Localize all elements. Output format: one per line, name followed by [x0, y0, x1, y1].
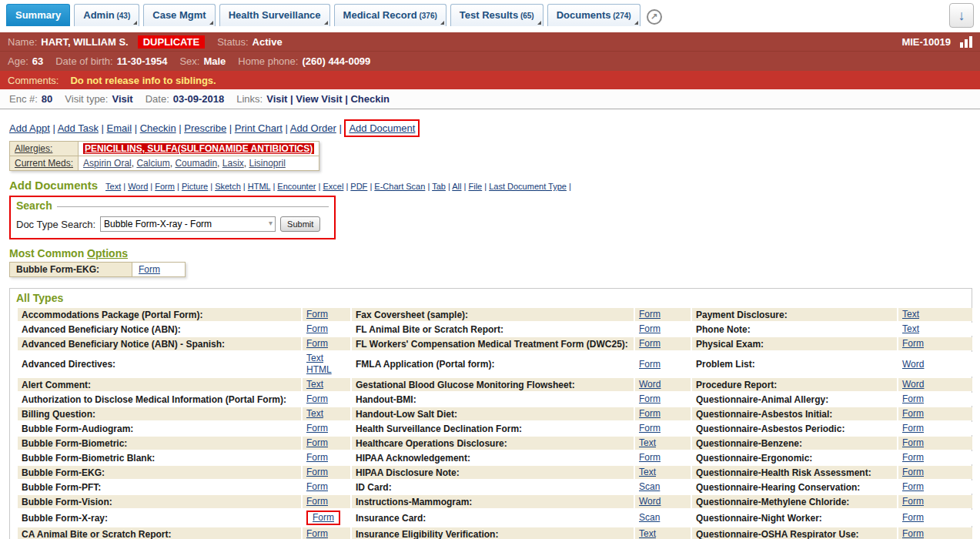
enc-date: 03-09-2018 [173, 93, 225, 105]
healthcare-operations-disclosure-text-link[interactable]: Text [639, 437, 656, 449]
id-card-scan-link[interactable]: Scan [639, 481, 660, 493]
questionnaire-animal-allergy-form-link[interactable]: Form [902, 393, 924, 405]
aspirin-oral-link[interactable]: Aspirin Oral [83, 158, 132, 169]
tab-summary[interactable]: Summary [6, 4, 70, 26]
alert-comment-text-link[interactable]: Text [306, 379, 323, 390]
doc-type-label: Instructions-Mammogram: [352, 495, 634, 508]
fl-workers-compensation-medical-treatment-form-dwc25-form-link[interactable]: Form [639, 338, 661, 350]
excel-link[interactable]: Excel [323, 182, 343, 191]
bubble-form-vision-form-link[interactable]: Form [306, 496, 328, 507]
gestational-blood-glucose-monitoring-flowsheet-word-link[interactable]: Word [639, 379, 661, 390]
all-link[interactable]: All [452, 182, 461, 191]
tab-count: (274) [611, 12, 631, 20]
insurance-card-scan-link[interactable]: Scan [639, 512, 660, 524]
current-meds-link[interactable]: Current Meds: [15, 158, 73, 169]
advanced-directives-text-link[interactable]: Text [306, 353, 323, 364]
sketch-link[interactable]: Sketch [215, 182, 241, 191]
hipaa-disclosure-note-text-link[interactable]: Text [639, 467, 656, 478]
bar-chart-icon[interactable] [960, 36, 972, 48]
payment-disclosure-text-link[interactable]: Text [902, 309, 919, 320]
download-button[interactable]: ↓ [949, 3, 974, 28]
questionnaire-methylene-chloride-form-link[interactable]: Form [902, 496, 924, 507]
fmla-application-portal-form-form-link[interactable]: Form [639, 359, 661, 370]
add-document-link[interactable]: Add Document [344, 119, 420, 137]
lisinopril-link[interactable]: Lisinopril [249, 158, 285, 169]
doc-type-label: Questionnaire-Asbestos Initial: [692, 407, 897, 420]
pdf-link[interactable]: PDF [350, 182, 367, 191]
accommodations-package-portal-form-form-link[interactable]: Form [306, 309, 328, 320]
fax-coversheet-sample-form-link[interactable]: Form [639, 309, 661, 320]
questionnaire-hearing-conservation-form-link[interactable]: Form [902, 481, 924, 493]
questionnaire-asbestos-initial-form-link[interactable]: Form [902, 408, 924, 420]
allergy-value-link[interactable]: PENICILLINS, SULFA(SULFONAMIDE ANTIBIOTI… [83, 143, 314, 154]
questionnaire-asbestos-periodic-form-link[interactable]: Form [902, 423, 924, 434]
problem-list-word-link[interactable]: Word [902, 359, 924, 370]
bubble-form-x-ray-form-link[interactable]: Form [306, 511, 340, 525]
tab-medical-record[interactable]: Medical Record (376) [334, 4, 447, 26]
coumadin-link[interactable]: Coumadin [175, 158, 217, 169]
word-link[interactable]: Word [128, 182, 148, 191]
questionnaire-night-worker-form-link[interactable]: Form [902, 512, 924, 524]
add-order-link[interactable]: Add Order [290, 122, 336, 134]
handout-bmi-form-link[interactable]: Form [639, 393, 661, 405]
billing-question-text-link[interactable]: Text [306, 408, 323, 420]
calcium-link[interactable]: Calcium [136, 158, 169, 169]
handout-low-salt-diet-form-link[interactable]: Form [639, 408, 661, 420]
questionnaire-health-risk-assessment-form-link[interactable]: Form [902, 467, 924, 478]
tab-admin[interactable]: Admin (43) [74, 4, 139, 26]
submit-button[interactable]: Submit [280, 216, 320, 232]
search-row: Doc Type Search: ▾ Submit [16, 216, 329, 232]
advanced-beneficiary-notice-abn-spanish-form-link[interactable]: Form [306, 338, 328, 350]
questionnaire-benzene-form-link[interactable]: Form [902, 437, 924, 449]
html-link[interactable]: HTML [248, 182, 271, 191]
bubble-form-pft-form-link[interactable]: Form [306, 481, 328, 493]
tab-case-mgmt[interactable]: Case Mgmt [143, 4, 215, 26]
checkin-link[interactable]: Checkin [140, 122, 176, 134]
view-visit-link[interactable]: View Visit [296, 93, 342, 105]
advanced-beneficiary-notice-abn-form-link[interactable]: Form [306, 323, 328, 335]
add-appt-link[interactable]: Add Appt [9, 122, 50, 134]
instructions-mammogram-word-link[interactable]: Word [639, 496, 661, 507]
encounter-link[interactable]: Encounter [277, 182, 316, 191]
last-document-type-link[interactable]: Last Document Type [489, 182, 567, 191]
ca-animal-bite-or-scratch-report-form-link[interactable]: Form [306, 528, 328, 539]
tab-documents[interactable]: Documents (274) [547, 4, 641, 26]
form-link[interactable]: Form [155, 182, 175, 191]
procedure-report-word-link[interactable]: Word [902, 379, 924, 390]
questionnaire-ergonomic-form-link[interactable]: Form [902, 452, 924, 464]
tab-test-results[interactable]: Test Results (65) [450, 4, 544, 26]
questionnaire-osha-respirator-use-form-link[interactable]: Form [902, 528, 924, 539]
options-link[interactable]: Options [87, 247, 128, 259]
most-common-form-link[interactable]: Form [139, 264, 160, 275]
doc-type-actions: Form [898, 437, 972, 450]
fl-animal-bite-or-scratch-report-form-link[interactable]: Form [639, 323, 661, 335]
checkin-link[interactable]: Checkin [350, 93, 390, 105]
email-link[interactable]: Email [107, 122, 132, 134]
health-surveillance-declination-form-form-link[interactable]: Form [639, 423, 661, 434]
tab-link[interactable]: Tab [432, 182, 446, 191]
authorization-to-disclose-medical-information-portal-form-form-link[interactable]: Form [306, 393, 328, 405]
tab-health-surveillance[interactable]: Health Surveillance [219, 4, 330, 26]
physical-exam-form-link[interactable]: Form [902, 338, 924, 350]
hipaa-acknowledgement-form-link[interactable]: Form [639, 452, 661, 464]
bubble-form-biometric-form-link[interactable]: Form [306, 437, 328, 449]
picture-link[interactable]: Picture [182, 182, 208, 191]
bubble-form-ekg-form-link[interactable]: Form [306, 467, 328, 478]
popout-icon[interactable]: ↗ [647, 9, 662, 25]
lasix-link[interactable]: Lasix [222, 158, 244, 169]
doc-type-search-input[interactable] [100, 216, 276, 232]
allergies-link[interactable]: Allergies: [15, 143, 52, 154]
add-task-link[interactable]: Add Task [58, 122, 99, 134]
prescribe-link[interactable]: Prescribe [184, 122, 226, 134]
print-chart-link[interactable]: Print Chart [235, 122, 283, 134]
e-chart-scan-link[interactable]: E-Chart Scan [374, 182, 425, 191]
advanced-directives-html-link[interactable]: HTML [306, 364, 332, 376]
bubble-form-biometric-blank-form-link[interactable]: Form [306, 452, 328, 464]
insurance-eligibility-verification-text-link[interactable]: Text [639, 528, 656, 539]
file-link[interactable]: File [468, 182, 482, 191]
bubble-form-audiogram-form-link[interactable]: Form [306, 423, 328, 434]
duplicate-badge[interactable]: DUPLICATE [138, 35, 205, 49]
phone-note-text-link[interactable]: Text [902, 323, 919, 335]
visit-link[interactable]: Visit [266, 93, 287, 105]
text-link[interactable]: Text [105, 182, 121, 191]
